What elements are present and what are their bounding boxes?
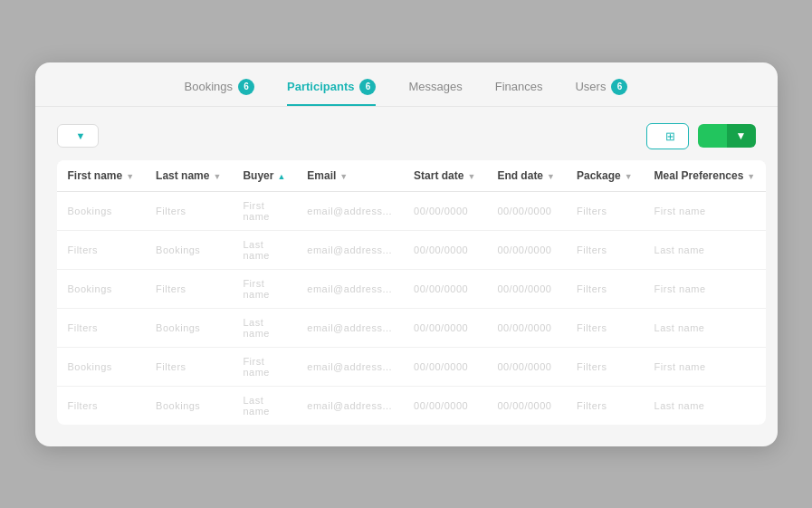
cell-meal_preferences: Last name <box>644 386 767 425</box>
tab-bookings[interactable]: Bookings6 <box>185 79 254 106</box>
tab-bar: Bookings6Participants6MessagesFinancesUs… <box>35 62 778 107</box>
tab-label-finances: Finances <box>495 80 543 93</box>
sort-icon-end_date: ▼ <box>547 172 555 181</box>
export-button-group: ▼ <box>698 124 756 148</box>
columns-icon: ⊞ <box>665 129 675 143</box>
export-dropdown-button[interactable]: ▼ <box>727 124 756 148</box>
cell-email: email@address... <box>296 347 403 386</box>
col-label-package: Package <box>577 169 621 182</box>
col-header-meal_preferences[interactable]: Meal Preferences▼ <box>644 160 767 192</box>
cell-last_name: Bookings <box>145 308 232 347</box>
participants-table: First name▼Last name▼Buyer▲Email▼Start d… <box>57 160 767 425</box>
col-label-first_name: First name <box>68 169 123 182</box>
col-label-last_name: Last name <box>156 169 209 182</box>
cell-end_date: 00/00/0000 <box>486 308 566 347</box>
col-label-meal_preferences: Meal Preferences <box>654 169 744 182</box>
tab-messages[interactable]: Messages <box>408 80 462 104</box>
cell-first_name: Bookings <box>57 269 146 308</box>
tab-label-users: Users <box>575 80 606 93</box>
sort-icon-first_name: ▼ <box>126 172 134 181</box>
tab-finances[interactable]: Finances <box>495 80 543 104</box>
col-header-buyer[interactable]: Buyer▲ <box>232 160 296 192</box>
toolbar-right: ⊞ ▼ <box>646 123 756 149</box>
col-label-end_date: End date <box>497 169 543 182</box>
col-label-start_date: Start date <box>414 169 463 182</box>
cell-email: email@address... <box>296 386 403 425</box>
cell-start_date: 00/00/0000 <box>403 230 486 269</box>
col-header-end_date[interactable]: End date▼ <box>486 160 566 192</box>
cell-buyer: Last name <box>232 386 296 425</box>
cell-buyer: First name <box>232 269 296 308</box>
cell-meal_preferences: First name <box>644 269 767 308</box>
tab-label-messages: Messages <box>408 80 462 93</box>
col-header-last_name[interactable]: Last name▼ <box>145 160 232 192</box>
table-row: BookingsFiltersFirst nameemail@address..… <box>57 191 767 230</box>
cell-start_date: 00/00/0000 <box>403 386 486 425</box>
cell-package: Filters <box>566 230 644 269</box>
col-header-package[interactable]: Package▼ <box>566 160 644 192</box>
col-header-start_date[interactable]: Start date▼ <box>403 160 486 192</box>
filters-button[interactable]: ▼ <box>57 124 100 148</box>
sort-icon-start_date: ▼ <box>467 172 475 181</box>
tab-participants[interactable]: Participants6 <box>287 79 376 106</box>
col-label-buyer: Buyer <box>243 169 273 182</box>
sort-icon-email: ▼ <box>339 172 348 181</box>
cell-first_name: Filters <box>57 386 146 425</box>
sort-icon-last_name: ▼ <box>213 172 221 181</box>
sort-icon-package: ▼ <box>625 172 633 181</box>
edit-columns-button[interactable]: ⊞ <box>646 123 689 149</box>
header-row: First name▼Last name▼Buyer▲Email▼Start d… <box>57 160 767 192</box>
cell-end_date: 00/00/0000 <box>486 230 566 269</box>
tab-users[interactable]: Users6 <box>575 79 627 106</box>
table-body: BookingsFiltersFirst nameemail@address..… <box>57 191 767 425</box>
cell-first_name: Filters <box>57 308 146 347</box>
table-row: FiltersBookingsLast nameemail@address...… <box>57 386 767 425</box>
main-card: Bookings6Participants6MessagesFinancesUs… <box>35 62 778 446</box>
cell-end_date: 00/00/0000 <box>486 269 566 308</box>
sort-icon-buyer: ▲ <box>277 172 285 181</box>
cell-email: email@address... <box>296 230 403 269</box>
cell-last_name: Filters <box>145 191 232 230</box>
cell-buyer: First name <box>232 191 296 230</box>
cell-package: Filters <box>566 191 644 230</box>
cell-buyer: Last name <box>232 230 296 269</box>
export-button[interactable] <box>698 124 727 148</box>
cell-first_name: Filters <box>57 230 146 269</box>
cell-email: email@address... <box>296 308 403 347</box>
cell-first_name: Bookings <box>57 347 146 386</box>
table-header: First name▼Last name▼Buyer▲Email▼Start d… <box>57 160 767 192</box>
cell-last_name: Bookings <box>145 230 232 269</box>
tab-badge-participants: 6 <box>359 79 376 95</box>
cell-meal_preferences: First name <box>644 191 767 230</box>
toolbar: ▼ ⊞ ▼ <box>35 123 778 160</box>
col-header-first_name[interactable]: First name▼ <box>57 160 146 192</box>
cell-meal_preferences: Last name <box>644 308 767 347</box>
table-row: BookingsFiltersFirst nameemail@address..… <box>57 269 767 308</box>
tab-badge-bookings: 6 <box>238 79 254 95</box>
tab-label-bookings: Bookings <box>185 80 233 93</box>
chevron-down-icon: ▼ <box>736 129 747 142</box>
cell-package: Filters <box>566 269 644 308</box>
cell-last_name: Filters <box>145 347 232 386</box>
cell-start_date: 00/00/0000 <box>403 308 486 347</box>
cell-package: Filters <box>566 308 644 347</box>
col-header-email[interactable]: Email▼ <box>296 160 403 192</box>
cell-meal_preferences: First name <box>644 347 767 386</box>
sort-icon-meal_preferences: ▼ <box>747 172 755 181</box>
cell-start_date: 00/00/0000 <box>403 269 486 308</box>
table-row: BookingsFiltersFirst nameemail@address..… <box>57 347 767 386</box>
chevron-down-icon: ▼ <box>76 130 86 141</box>
cell-package: Filters <box>566 347 644 386</box>
cell-meal_preferences: Last name <box>644 230 767 269</box>
cell-first_name: Bookings <box>57 191 146 230</box>
cell-start_date: 00/00/0000 <box>403 191 486 230</box>
cell-email: email@address... <box>296 269 403 308</box>
cell-end_date: 00/00/0000 <box>486 386 566 425</box>
tab-label-participants: Participants <box>287 80 354 93</box>
table-row: FiltersBookingsLast nameemail@address...… <box>57 308 767 347</box>
col-label-email: Email <box>307 169 336 182</box>
cell-email: email@address... <box>296 191 403 230</box>
cell-buyer: First name <box>232 347 296 386</box>
cell-buyer: Last name <box>232 308 296 347</box>
table-row: FiltersBookingsLast nameemail@address...… <box>57 230 767 269</box>
